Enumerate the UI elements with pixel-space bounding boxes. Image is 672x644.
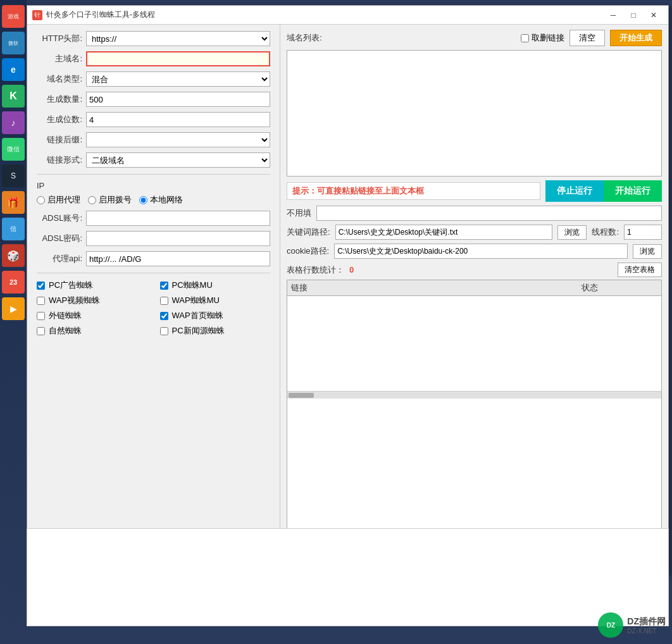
radio-local[interactable] (139, 196, 147, 204)
brand-url: DZ-X.NET (627, 628, 666, 635)
gen-digits-row: 生成位数: (37, 112, 270, 127)
link-format-select[interactable]: 二级域名 目录形式 文件形式 (86, 152, 270, 168)
main-window: 针 针灸多个口子引蜘蛛工具-多线程 ─ □ ✕ HTTP头部: https://… (27, 5, 669, 574)
app-icon: 针 (32, 10, 42, 20)
link-suffix-select[interactable] (86, 132, 270, 147)
clear-table-button[interactable]: 清空表格 (618, 263, 662, 277)
checkbox-pc-ad-spider[interactable] (37, 282, 45, 290)
clear-button[interactable]: 清空 (569, 30, 605, 46)
desktop-icon-num[interactable]: 23 (2, 271, 25, 294)
checkbox-pc-news-spider[interactable] (160, 327, 168, 335)
radio-proxy[interactable] (37, 196, 45, 204)
maximize-button[interactable]: □ (624, 9, 643, 22)
desktop-icon-ms[interactable]: 微软 (2, 32, 25, 54)
checkbox-outlink-spider[interactable] (37, 312, 45, 320)
desktop-icon-gift[interactable]: 🎁 (2, 191, 25, 214)
cancel-link-checkbox[interactable] (521, 34, 529, 42)
adsl-password-row: ADSL密码: (37, 231, 270, 246)
proxy-api-input[interactable] (86, 251, 270, 266)
run-buttons: 停止运行 开始运行 (545, 180, 662, 202)
hint-bar: 提示：可直接粘贴链接至上面文本框 (287, 182, 540, 200)
thread-count-label: 线程数: (592, 226, 619, 238)
desktop-icon-wechat[interactable]: 微信 (2, 138, 25, 161)
radio-proxy-label[interactable]: 启用代理 (37, 194, 80, 206)
radio-dialup-label[interactable]: 启用拨号 (88, 194, 132, 206)
stop-button[interactable]: 停止运行 (545, 180, 604, 202)
cb-wap-video-spider[interactable]: WAP视频蜘蛛 (37, 295, 147, 306)
desktop-icon-dice[interactable]: 🎲 (2, 244, 25, 267)
ip-radio-group: 启用代理 启用拨号 本地网络 (37, 194, 270, 206)
horizontal-scrollbar[interactable] (287, 391, 661, 399)
radio-local-label[interactable]: 本地网络 (139, 194, 183, 206)
desktop-icon-edge[interactable]: e (2, 58, 25, 81)
run-button[interactable]: 开始运行 (604, 180, 662, 202)
desktop-icon-msg[interactable]: 信 (2, 218, 25, 240)
gen-digits-input[interactable] (86, 112, 270, 127)
cb-wap-spider-mu[interactable]: WAP蜘蛛MU (160, 295, 271, 306)
radio-dialup-text: 启用拨号 (99, 194, 132, 206)
desktop-icon-k[interactable]: K (2, 85, 25, 108)
window-title: 针灸多个口子引蜘蛛工具-多线程 (46, 9, 604, 20)
cb-wap-home-spider[interactable]: WAP首页蜘蛛 (160, 310, 271, 321)
desktop-icon-game[interactable]: 游戏 (2, 5, 25, 28)
window-controls: ─ □ ✕ (604, 9, 663, 22)
cb-pc-news-spider[interactable]: PC新闻源蜘蛛 (160, 325, 271, 337)
checkbox-wap-home-spider[interactable] (160, 312, 168, 320)
cb-pc-spider-mu[interactable]: PC蜘蛛MU (160, 280, 271, 291)
brand-logo: DZ (598, 612, 623, 638)
divider1 (37, 174, 270, 175)
cancel-link-text: 取删链接 (532, 32, 564, 44)
desktop-icon-steam[interactable]: S (2, 164, 25, 187)
browse-cookie-button[interactable]: 浏览 (633, 244, 662, 259)
gen-count-row: 生成数量: (37, 92, 270, 107)
cb-outlink-spider[interactable]: 外链蜘蛛 (37, 310, 147, 321)
checkbox-pc-spider-mu[interactable] (160, 282, 168, 290)
desktop-sidebar: 游戏 微软 e K ♪ 微信 S 🎁 信 🎲 23 ▶ (0, 0, 27, 644)
scrollbar-thumb[interactable] (289, 393, 314, 398)
table-header-row: 表格行数统计： 0 清空表格 (287, 263, 662, 277)
start-gen-button[interactable]: 开始生成 (610, 30, 662, 46)
adsl-password-input[interactable] (86, 231, 270, 246)
adsl-account-input[interactable] (86, 211, 270, 226)
proxy-api-row: 代理api: (37, 251, 270, 266)
domain-list-header: 域名列表: 取删链接 清空 开始生成 (287, 30, 662, 46)
hint-text: 提示：可直接粘贴链接至上面文本框 (292, 185, 424, 197)
spider-checkbox-grid: PC广告蜘蛛 PC蜘蛛MU WAP视频蜘蛛 WAP蜘蛛MU 外链蜘蛛 (37, 280, 270, 337)
adsl-password-label: ADSL密码: (37, 233, 82, 244)
cb-pc-ad-spider[interactable]: PC广告蜘蛛 (37, 280, 147, 291)
desktop-icon-music[interactable]: ♪ (2, 111, 25, 134)
domain-input[interactable] (86, 51, 270, 66)
link-format-row: 链接形式: 二级域名 目录形式 文件形式 (37, 152, 270, 168)
col-status-header: 状态 (582, 282, 657, 294)
radio-dialup[interactable] (88, 196, 96, 204)
domain-row: 主域名: (37, 51, 270, 66)
cookie-path-input[interactable] (334, 244, 628, 259)
thread-count-input[interactable] (624, 225, 662, 240)
cookie-path-label: cookie路径: (287, 245, 329, 257)
keyword-path-input[interactable] (335, 225, 553, 240)
cookie-path-row: cookie路径: 浏览 (287, 244, 662, 259)
radio-local-text: 本地网络 (150, 194, 183, 206)
keyword-path-label: 关键词路径: (287, 226, 330, 238)
no-use-label: 不用填 (287, 207, 311, 219)
bottom-log (27, 528, 669, 626)
close-button[interactable]: ✕ (644, 9, 663, 22)
desktop-icon-video[interactable]: ▶ (2, 297, 25, 320)
branding: DZ DZ插件网 DZ-X.NET (598, 612, 666, 638)
cb-natural-spider[interactable]: 自然蜘蛛 (37, 325, 147, 337)
adsl-account-row: ADSL账号: (37, 211, 270, 226)
cancel-link-label[interactable]: 取删链接 (521, 32, 564, 44)
minimize-button[interactable]: ─ (604, 9, 623, 22)
brand-name: DZ插件网 (627, 616, 666, 628)
gen-count-input[interactable] (86, 92, 270, 107)
browse-keyword-button[interactable]: 浏览 (557, 225, 587, 240)
checkbox-wap-video-spider[interactable] (37, 297, 45, 305)
adsl-account-label: ADSL账号: (37, 213, 82, 224)
checkbox-wap-spider-mu[interactable] (160, 297, 168, 305)
domain-type-select[interactable]: 混合 英文 数字 中文 (86, 71, 270, 87)
no-use-input[interactable] (316, 206, 662, 221)
checkbox-natural-spider[interactable] (37, 327, 45, 335)
domain-textarea[interactable] (287, 50, 662, 176)
http-select[interactable]: https:// http:// (86, 31, 270, 46)
http-row: HTTP头部: https:// http:// (37, 31, 270, 46)
